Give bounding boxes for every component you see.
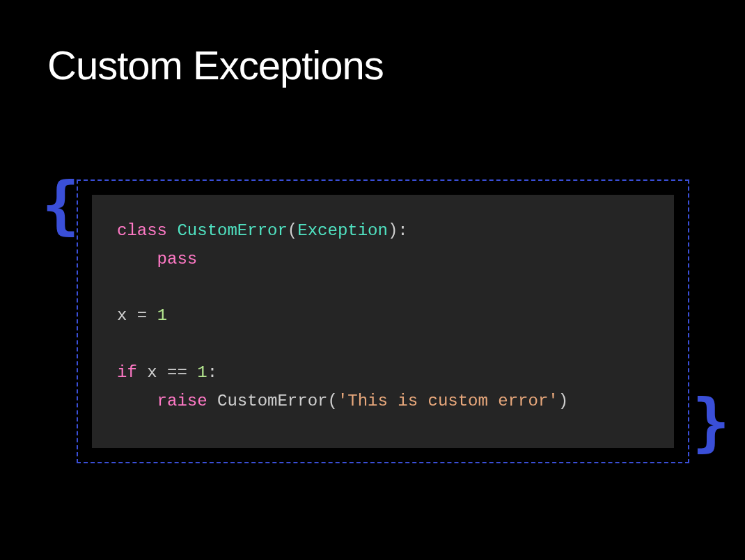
colon: :	[207, 363, 217, 382]
brace-left-decoration: {	[42, 168, 79, 241]
assign-op: =	[127, 306, 157, 325]
eq-op: ==	[167, 363, 187, 382]
rparen: )	[388, 221, 398, 240]
space	[157, 363, 167, 382]
lparen: (	[288, 221, 297, 240]
call-name: CustomError	[217, 392, 327, 410]
keyword-raise: raise	[157, 392, 207, 410]
code-line-blank2	[117, 330, 649, 359]
space	[207, 392, 217, 410]
code-container: class CustomError(Exception): pass x = 1…	[77, 179, 689, 463]
code-box: class CustomError(Exception): pass x = 1…	[92, 195, 674, 448]
number-literal: 1	[157, 306, 167, 325]
rparen: )	[558, 392, 568, 410]
code-line-4: if x == 1:	[117, 359, 649, 387]
base-class: Exception	[297, 221, 388, 240]
keyword-if: if	[117, 363, 137, 382]
space	[137, 363, 147, 382]
indent	[117, 387, 157, 416]
slide-title: Custom Exceptions	[47, 42, 384, 88]
class-name: CustomError	[177, 221, 287, 240]
code-line-blank1	[117, 274, 649, 303]
code-line-3: x = 1	[117, 302, 649, 330]
lparen: (	[327, 392, 337, 410]
variable-x: x	[147, 363, 157, 382]
variable-x: x	[117, 306, 127, 325]
string-literal: 'This is custom error'	[338, 392, 558, 410]
code-line-1: class CustomError(Exception):	[117, 217, 649, 246]
brace-right-decoration: }	[692, 385, 730, 458]
code-line-2: pass	[117, 246, 649, 274]
number-literal: 1	[197, 363, 207, 382]
keyword-class: class	[117, 221, 167, 240]
keyword-pass: pass	[157, 250, 198, 269]
indent	[117, 246, 157, 274]
colon: :	[398, 221, 407, 240]
space	[187, 363, 197, 382]
code-line-5: raise CustomError('This is custom error'…	[117, 387, 649, 416]
